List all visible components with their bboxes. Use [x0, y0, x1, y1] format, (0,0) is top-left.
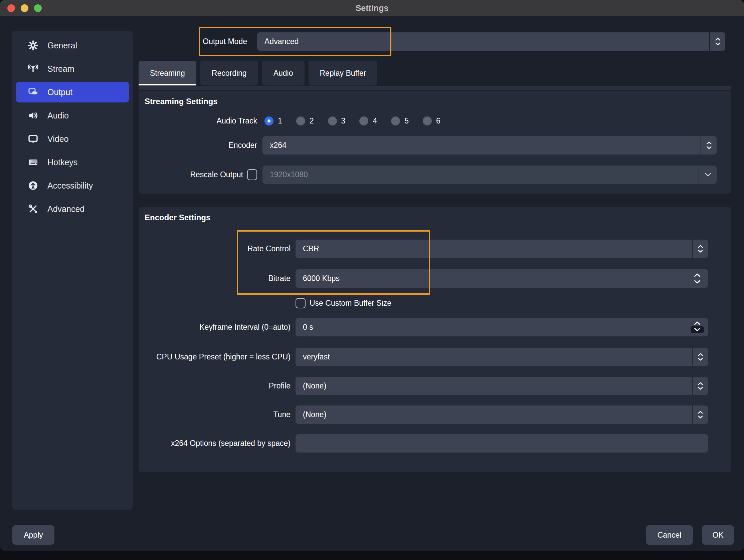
- radio-label: 4: [373, 117, 377, 125]
- sidebar-item-advanced[interactable]: Advanced: [12, 197, 133, 221]
- spin-up-icon[interactable]: [694, 321, 700, 325]
- audio-track-row: Audio Track 1 2 3 4 5 6: [145, 112, 717, 130]
- output-tabs: Streaming Recording Audio Replay Buffer: [139, 61, 377, 85]
- titlebar: Settings: [0, 0, 744, 16]
- cpu-preset-select[interactable]: veryfast: [296, 348, 708, 366]
- audio-track-option-1[interactable]: 1: [264, 117, 282, 125]
- rate-control-row: Rate Control CBR: [145, 239, 708, 258]
- tab-replay-buffer[interactable]: Replay Buffer: [308, 61, 378, 85]
- dropdown-stepper-icon[interactable]: [692, 240, 708, 258]
- group-title: Streaming Settings: [145, 97, 218, 106]
- tab-audio[interactable]: Audio: [262, 61, 304, 85]
- encoder-select[interactable]: x264: [262, 136, 717, 155]
- gear-icon: [27, 40, 39, 51]
- profile-row: Profile (None): [145, 376, 708, 395]
- cpu-preset-label: CPU Usage Preset (higher = less CPU): [145, 352, 291, 361]
- sidebar-item-label: Output: [47, 87, 72, 97]
- keyframe-interval-value: 0 s: [296, 323, 686, 332]
- rescale-resolution-value: 1920x1080: [262, 170, 699, 179]
- keyboard-icon: [27, 157, 39, 168]
- sidebar-item-hotkeys[interactable]: Hotkeys: [12, 151, 133, 174]
- encoder-settings-group: Encoder Settings Rate Control CBR Bitrat…: [139, 207, 731, 472]
- spin-down-pressed-icon[interactable]: [691, 326, 704, 333]
- keyframe-interval-label: Keyframe Interval (0=auto): [145, 323, 291, 332]
- sidebar-item-general[interactable]: General: [12, 34, 133, 57]
- tab-label: Replay Buffer: [320, 69, 366, 78]
- radio-selected-icon[interactable]: [264, 117, 273, 125]
- spin-up-icon[interactable]: [694, 273, 700, 277]
- use-custom-buffer-row: Use Custom Buffer Size: [296, 295, 392, 311]
- sidebar-item-audio[interactable]: Audio: [12, 104, 133, 127]
- rescale-output-row: Rescale Output 1920x1080: [145, 165, 717, 184]
- speaker-icon: [27, 110, 39, 121]
- settings-sidebar: General Stream Outp: [12, 31, 133, 510]
- sidebar-item-video[interactable]: Video: [12, 127, 133, 151]
- dropdown-stepper-icon[interactable]: [692, 405, 708, 424]
- output-mode-label: Output Mode: [203, 32, 247, 51]
- settings-window: Settings General: [0, 0, 744, 551]
- audio-track-label: Audio Track: [145, 117, 257, 125]
- audio-track-radios: 1 2 3 4 5 6: [264, 117, 441, 125]
- audio-track-option-6[interactable]: 6: [423, 117, 441, 125]
- encoder-row: Encoder x264: [145, 136, 717, 155]
- audio-track-option-3[interactable]: 3: [328, 117, 346, 125]
- tune-label: Tune: [145, 410, 291, 419]
- radio-icon[interactable]: [296, 117, 305, 125]
- radio-label: 1: [278, 117, 282, 125]
- tabstrip-divider: [139, 86, 731, 90]
- sidebar-item-stream[interactable]: Stream: [12, 57, 133, 80]
- dropdown-stepper-icon[interactable]: [701, 136, 717, 155]
- tab-streaming[interactable]: Streaming: [139, 61, 196, 85]
- spin-down-icon[interactable]: [694, 280, 700, 284]
- audio-track-option-5[interactable]: 5: [391, 117, 409, 125]
- profile-label: Profile: [145, 382, 291, 391]
- radio-icon[interactable]: [328, 117, 337, 125]
- tab-label: Audio: [273, 69, 293, 78]
- sidebar-item-output[interactable]: Output: [16, 82, 129, 103]
- sidebar-item-label: Advanced: [47, 204, 84, 214]
- sidebar-item-label: Accessibility: [47, 181, 93, 191]
- tools-icon: [27, 203, 39, 214]
- sidebar-item-label: Hotkeys: [47, 158, 77, 167]
- radio-label: 6: [436, 117, 441, 125]
- tune-select[interactable]: (None): [296, 405, 708, 424]
- dropdown-stepper-icon[interactable]: [692, 348, 708, 366]
- streaming-settings-group: Streaming Settings Audio Track 1 2 3 4 5…: [139, 91, 731, 194]
- cancel-button[interactable]: Cancel: [646, 525, 693, 545]
- rescale-resolution-select[interactable]: 1920x1080: [262, 165, 717, 184]
- window-title: Settings: [0, 0, 744, 16]
- keyframe-interval-spinbox[interactable]: 0 s: [296, 318, 708, 336]
- dropdown-stepper-icon[interactable]: [709, 32, 725, 51]
- display-camera-icon: [27, 86, 39, 98]
- audio-track-option-2[interactable]: 2: [296, 117, 314, 125]
- tab-recording[interactable]: Recording: [200, 61, 258, 85]
- ok-button[interactable]: OK: [702, 525, 734, 545]
- apply-button[interactable]: Apply: [12, 525, 54, 545]
- bitrate-spinbox[interactable]: 6000 Kbps: [296, 269, 708, 288]
- radio-icon[interactable]: [359, 117, 368, 125]
- spinbox-arrows: [686, 318, 708, 336]
- encoder-value: x264: [262, 141, 701, 150]
- rate-control-select[interactable]: CBR: [296, 240, 708, 258]
- use-custom-buffer-checkbox[interactable]: [296, 298, 305, 308]
- x264-options-row: x264 Options (separated by space): [145, 434, 708, 452]
- dropdown-stepper-icon[interactable]: [692, 377, 708, 395]
- sidebar-item-accessibility[interactable]: Accessibility: [12, 174, 133, 197]
- radio-label: 5: [404, 117, 409, 125]
- antenna-icon: [27, 63, 39, 74]
- tune-row: Tune (None): [145, 405, 708, 424]
- radio-icon[interactable]: [391, 117, 400, 125]
- profile-value: (None): [296, 382, 692, 391]
- sidebar-item-label: General: [47, 41, 77, 50]
- output-mode-select[interactable]: Advanced: [257, 32, 725, 51]
- x264-options-input[interactable]: [296, 434, 708, 452]
- bitrate-value: 6000 Kbps: [296, 274, 686, 283]
- chevron-down-icon[interactable]: [699, 165, 717, 184]
- tab-label: Recording: [212, 69, 247, 78]
- profile-select[interactable]: (None): [296, 377, 708, 395]
- audio-track-option-4[interactable]: 4: [359, 117, 377, 125]
- cpu-preset-value: veryfast: [296, 352, 692, 361]
- radio-icon[interactable]: [423, 117, 432, 125]
- rescale-output-checkbox[interactable]: [247, 169, 257, 180]
- encoder-label: Encoder: [145, 141, 257, 150]
